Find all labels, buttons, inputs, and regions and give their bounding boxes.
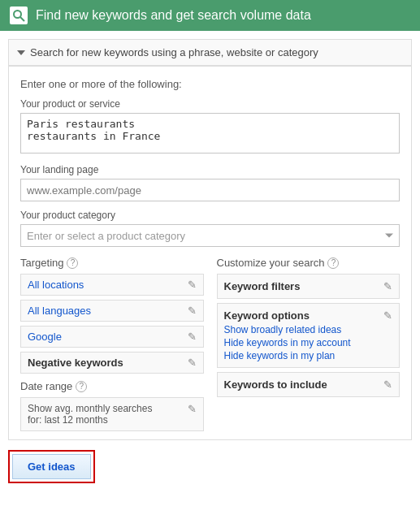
category-select-wrapper: Enter or select a product category — [20, 224, 400, 247]
search-icon — [10, 6, 28, 24]
date-range-text: Show avg. monthly searchesfor: last 12 m… — [28, 403, 152, 426]
keywords-to-include-item: Keywords to include ✎ — [217, 372, 401, 397]
get-ideas-button[interactable]: Get ideas — [12, 454, 91, 479]
targeting-items: All locations ✎ All languages ✎ Google ✎… — [20, 274, 204, 374]
hide-in-plan-link[interactable]: Hide keywords in my plan — [224, 350, 393, 361]
date-range-section: Date range ? Show avg. monthly searchesf… — [20, 380, 204, 431]
edit-languages-icon: ✎ — [188, 305, 197, 317]
category-field-group: Your product category Enter or select a … — [20, 210, 400, 247]
customize-label: Customize your search — [217, 257, 325, 269]
svg-point-0 — [14, 11, 21, 18]
keyword-filters-header: Keyword filters ✎ — [224, 280, 393, 292]
keywords-to-include-header: Keywords to include ✎ — [224, 378, 393, 391]
customize-help-icon[interactable]: ? — [327, 257, 339, 269]
keyword-filters-title: Keyword filters — [224, 280, 301, 292]
product-label: Your product or service — [20, 98, 400, 110]
edit-negative-icon: ✎ — [188, 357, 197, 369]
edit-keyword-filters-icon[interactable]: ✎ — [383, 280, 392, 292]
keyword-filters-item: Keyword filters ✎ — [217, 274, 401, 299]
form-area: Enter one or more of the following: Your… — [8, 66, 412, 440]
edit-keyword-options-icon[interactable]: ✎ — [383, 309, 392, 322]
keywords-to-include-title: Keywords to include — [224, 378, 327, 391]
get-ideas-wrapper: Get ideas — [8, 450, 412, 483]
show-broadly-related-link[interactable]: Show broadly related ideas — [224, 324, 393, 335]
targeting-item-locations-text: All locations — [28, 279, 84, 291]
category-select[interactable]: Enter or select a product category — [20, 224, 400, 247]
keyword-options-links: Show broadly related ideas Hide keywords… — [224, 324, 393, 361]
targeting-item-negative-text: Negative keywords — [28, 357, 123, 369]
collapsible-label: Search for new keywords using a phrase, … — [30, 46, 318, 58]
edit-date-range-icon: ✎ — [188, 403, 197, 415]
targeting-item-negative[interactable]: Negative keywords ✎ — [20, 352, 204, 374]
keyword-options-header: Keyword options ✎ — [224, 309, 393, 322]
keyword-options-item: Keyword options ✎ Show broadly related i… — [217, 303, 401, 368]
form-intro: Enter one or more of the following: — [20, 78, 400, 90]
customize-header: Customize your search ? — [217, 257, 401, 269]
get-ideas-outer-border: Get ideas — [8, 450, 95, 483]
targeting-item-locations[interactable]: All locations ✎ — [20, 274, 204, 296]
collapsible-section: Search for new keywords using a phrase, … — [8, 39, 412, 66]
two-col-section: Targeting ? All locations ✎ All language… — [20, 257, 400, 431]
targeting-item-google[interactable]: Google ✎ — [20, 326, 204, 348]
collapse-triangle-icon — [17, 50, 25, 55]
edit-google-icon: ✎ — [188, 331, 197, 343]
collapsible-toggle[interactable]: Search for new keywords using a phrase, … — [9, 40, 411, 65]
landing-input[interactable] — [20, 179, 400, 201]
landing-label: Your landing page — [20, 164, 400, 175]
date-range-box[interactable]: Show avg. monthly searchesfor: last 12 m… — [20, 397, 204, 431]
page-header: Find new keywords and get search volume … — [0, 0, 420, 31]
right-column: Customize your search ? Keyword filters … — [217, 257, 401, 431]
category-label: Your product category — [20, 210, 400, 221]
landing-field-group: Your landing page — [20, 164, 400, 201]
targeting-item-google-text: Google — [28, 331, 62, 343]
hide-in-account-link[interactable]: Hide keywords in my account — [224, 337, 393, 348]
product-textarea[interactable]: Paris restaurants restaurants in France — [20, 113, 400, 154]
targeting-item-languages[interactable]: All languages ✎ — [20, 300, 204, 322]
page-title: Find new keywords and get search volume … — [36, 8, 311, 23]
date-range-label: Date range — [20, 380, 72, 392]
targeting-item-languages-text: All languages — [28, 305, 91, 317]
targeting-header: Targeting ? — [20, 257, 204, 269]
keyword-options-title: Keyword options — [224, 309, 310, 322]
date-range-header: Date range ? — [20, 380, 204, 392]
edit-keywords-to-include-icon[interactable]: ✎ — [383, 378, 392, 391]
targeting-help-icon[interactable]: ? — [67, 257, 78, 269]
svg-line-1 — [20, 17, 24, 21]
left-column: Targeting ? All locations ✎ All language… — [20, 257, 204, 431]
targeting-label: Targeting — [20, 257, 63, 269]
product-field-group: Your product or service Paris restaurant… — [20, 98, 400, 156]
date-range-help-icon[interactable]: ? — [76, 381, 87, 392]
edit-locations-icon: ✎ — [188, 279, 197, 291]
